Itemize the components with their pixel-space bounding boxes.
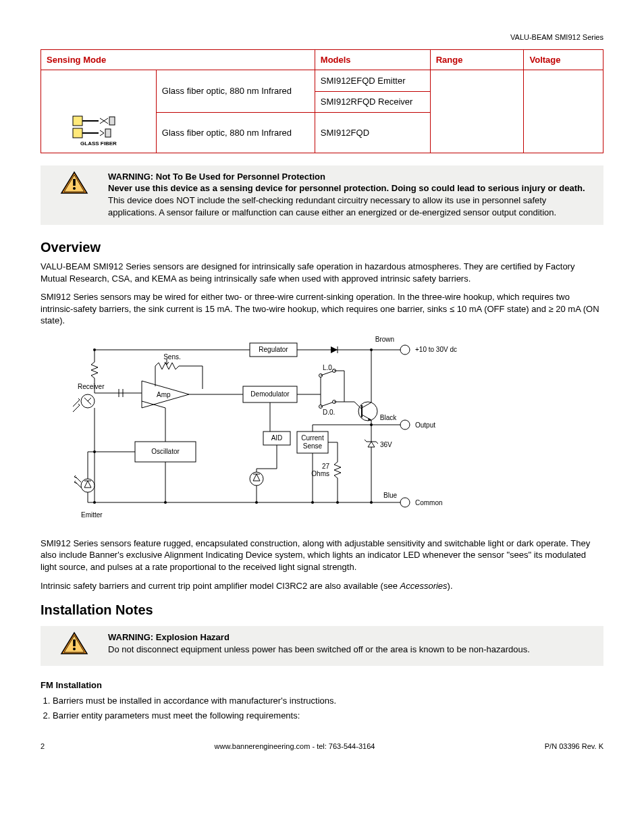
- svg-point-12: [400, 345, 410, 355]
- lbl-regulator: Regulator: [259, 346, 288, 353]
- lbl-blue: Blue: [383, 492, 397, 499]
- svg-rect-2: [109, 117, 115, 125]
- p4b: ).: [448, 581, 453, 591]
- lbl-amp: Amp: [157, 391, 171, 398]
- warning2-body: Do not disconnect equipment unless power…: [108, 644, 530, 654]
- th-models: Models: [315, 49, 430, 70]
- warning-explosion: WARNING: Explosion Hazard Do not disconn…: [41, 626, 603, 666]
- block-diagram: Regulator Brown +10 to 30V dc Sens. Rece…: [54, 334, 603, 529]
- row-range: [430, 70, 524, 153]
- svg-point-7: [73, 187, 76, 190]
- install-heading: Installation Notes: [41, 601, 603, 619]
- svg-rect-88: [73, 640, 76, 646]
- svg-point-87: [93, 501, 96, 504]
- lbl-osc: Oscillator: [151, 448, 180, 455]
- page-footer: 2 www.bannerengineering.com - tel: 763-5…: [41, 741, 603, 752]
- row-voltage: [524, 70, 603, 153]
- lbl-black: Black: [380, 414, 397, 421]
- svg-point-79: [164, 501, 167, 504]
- warning-icon: [60, 631, 88, 656]
- footer-right: P/N 03396 Rev. K: [545, 741, 603, 752]
- p4em: Accessories: [400, 581, 448, 591]
- footer-page: 2: [41, 741, 45, 752]
- svg-rect-6: [73, 179, 76, 186]
- svg-point-80: [255, 501, 258, 504]
- lbl-lo: L.0.: [323, 364, 334, 371]
- glass-fiber-label: GLASS FIBER: [72, 140, 126, 148]
- lbl-common: Common: [415, 499, 443, 506]
- overview-heading: Overview: [41, 238, 603, 257]
- footer-center: www.bannerengineering.com - tel: 763-544…: [215, 741, 375, 752]
- p4a: Intrinsic safety barriers and current tr…: [41, 581, 400, 591]
- fm-item2: Barrier entity parameters must meet the …: [53, 710, 603, 722]
- svg-point-81: [311, 501, 314, 504]
- fm-item1: Barriers must be installed in accordance…: [53, 695, 603, 707]
- overview-p3: SMI912 Series sensors feature rugged, en…: [41, 538, 603, 573]
- product-table: Sensing Mode Models Range Voltage GLASS …: [41, 49, 603, 153]
- warning-personnel: WARNING: Not To Be Used for Personnel Pr…: [41, 165, 603, 225]
- svg-rect-3: [73, 128, 82, 138]
- svg-point-84: [370, 423, 373, 426]
- svg-point-89: [73, 648, 76, 650]
- lbl-36v: 36V: [380, 441, 392, 448]
- lbl-27a: 27: [322, 463, 330, 470]
- th-voltage: Voltage: [524, 49, 603, 70]
- lbl-receiver: Receiver: [78, 383, 105, 390]
- lbl-do: D.0.: [323, 409, 335, 416]
- warning1-lead: Never use this device as a sensing devic…: [108, 183, 585, 193]
- fm-list: Barriers must be installed in accordance…: [53, 695, 603, 721]
- svg-rect-5: [105, 129, 111, 137]
- warning1-title: WARNING: Not To Be Used for Personnel Pr…: [108, 171, 597, 183]
- lbl-cs2: Sense: [303, 442, 323, 450]
- th-sensing: Sensing Mode: [41, 49, 315, 70]
- row1-model-a: SMI912EFQD Emitter: [315, 70, 430, 91]
- row1-desc: Glass fiber optic, 880 nm Infrared: [156, 70, 315, 113]
- svg-point-86: [93, 450, 96, 453]
- svg-point-83: [370, 501, 373, 504]
- svg-point-45: [400, 420, 410, 429]
- svg-point-78: [93, 348, 96, 351]
- warning2-title: WARNING: Explosion Hazard: [108, 631, 597, 644]
- lbl-emitter: Emitter: [81, 511, 103, 519]
- row1-model-b: SMI912RFQD Receiver: [315, 91, 430, 112]
- svg-line-32: [321, 402, 334, 407]
- overview-p4: Intrinsic safety barriers and current tr…: [41, 580, 603, 592]
- svg-line-30: [321, 371, 334, 375]
- fm-heading: FM Installation: [41, 679, 603, 692]
- lbl-aid: AID: [271, 434, 283, 442]
- row2-desc: Glass fiber optic, 880 nm Infrared: [156, 112, 315, 153]
- lbl-cs1: Current: [301, 434, 324, 442]
- lbl-supply: +10 to 30V dc: [415, 346, 457, 353]
- overview-p2: SMI912 Series sensors may be wired for e…: [41, 291, 603, 327]
- lbl-sens: Sens.: [163, 353, 181, 361]
- page-header-product: VALU-BEAM SMI912 Series: [41, 32, 603, 43]
- glass-fiber-icon: GLASS FIBER: [72, 115, 126, 148]
- lbl-brown: Brown: [375, 336, 394, 343]
- warning-icon: [60, 171, 88, 195]
- lbl-demod: Demodulator: [250, 390, 290, 398]
- lbl-output: Output: [415, 421, 435, 429]
- th-range: Range: [430, 49, 524, 70]
- overview-p1: VALU-BEAM SMI912 Series sensors are desi…: [41, 261, 603, 284]
- lbl-27b: Ohms: [311, 470, 329, 477]
- svg-point-77: [400, 498, 410, 507]
- svg-rect-0: [73, 116, 82, 126]
- warning1-rest: This device does NOT include the self-ch…: [108, 195, 556, 217]
- svg-point-82: [336, 501, 339, 504]
- svg-point-85: [370, 348, 373, 351]
- row2-model: SMI912FQD: [315, 112, 430, 153]
